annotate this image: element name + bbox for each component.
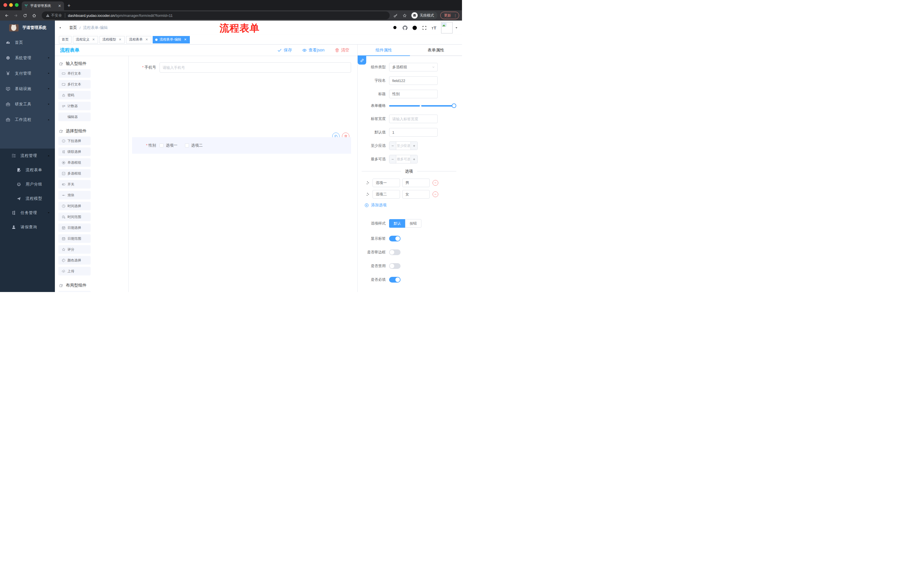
tag-process-model[interactable]: 流程模型✕ (99, 36, 125, 43)
tag-process-definition[interactable]: 流程定义✕ (73, 36, 98, 43)
sidebar-item-devtools[interactable]: 研发工具 (0, 97, 55, 112)
component-chip-radio-group[interactable]: 单选框组 (58, 158, 91, 167)
reload-icon[interactable] (21, 12, 29, 19)
component-chip-counter[interactable]: 计数器 (58, 102, 91, 110)
component-chip-rate[interactable]: 评分 (58, 245, 91, 254)
sidebar-item-user-group[interactable]: 用户分组 (0, 177, 55, 191)
option1-label-input[interactable] (373, 179, 400, 187)
help-icon[interactable] (412, 25, 417, 31)
window-minimize-button[interactable] (9, 3, 13, 7)
home-icon[interactable] (30, 12, 38, 19)
component-chip-password[interactable]: 密码 (58, 91, 91, 99)
required-toggle[interactable] (389, 277, 401, 283)
tab-component-props[interactable]: 组件属性 (358, 44, 410, 56)
sidebar-item-process-form[interactable]: 流程表单 (0, 163, 55, 177)
component-chip-time[interactable]: 时间选择 (58, 202, 91, 210)
save-button[interactable]: 保存 (277, 48, 292, 53)
component-type-select[interactable]: 多选框组 (389, 63, 438, 71)
drag-handle-icon[interactable] (366, 192, 370, 197)
component-chip-editor[interactable]: 编辑器 (58, 113, 91, 121)
max-count-input[interactable] (396, 155, 411, 163)
add-option-button[interactable]: 添加选项 (365, 202, 456, 208)
component-chip-slider[interactable]: 滑块 (58, 191, 91, 199)
sidebar-item-system[interactable]: 系统管理 (0, 50, 55, 66)
title-input[interactable] (389, 90, 438, 98)
disabled-toggle[interactable] (389, 263, 401, 269)
option2-value-input[interactable] (402, 190, 430, 199)
gender-checkbox-option2[interactable]: 选项二 (185, 143, 203, 148)
component-chip-single-line[interactable]: 单行文本 (58, 69, 91, 78)
app-logo[interactable]: 芋道管理系统 (0, 21, 55, 35)
component-chip-date[interactable]: 日期选择 (58, 224, 91, 232)
drag-handle-icon[interactable] (366, 181, 370, 185)
component-chip-select[interactable]: 下拉选择 (58, 137, 91, 145)
breadcrumb-home[interactable]: 首页 (69, 25, 77, 30)
tag-close-icon[interactable]: ✕ (145, 38, 148, 42)
component-chip-textarea[interactable]: 多行文本 (58, 80, 91, 89)
password-key-icon[interactable] (392, 12, 399, 19)
component-chip-cascader[interactable]: 级联选择 (58, 147, 91, 156)
border-toggle[interactable] (389, 249, 401, 255)
tag-process-form[interactable]: 流程表单✕ (126, 36, 151, 43)
remove-option-button[interactable] (432, 191, 438, 197)
component-chip-date-range[interactable]: 日期范围 (58, 234, 91, 243)
browser-menu-dots-icon[interactable]: ⋮ (454, 13, 457, 18)
component-chip-upload[interactable]: 上传 (58, 267, 91, 275)
bookmark-star-icon[interactable] (401, 12, 408, 19)
tab-form-props[interactable]: 表单属性 (410, 44, 462, 56)
browser-tab[interactable]: 芋道管理系统 ✕ (22, 2, 64, 10)
field-name-input[interactable] (389, 76, 438, 85)
component-chip-time-range[interactable]: 时间范围 (58, 212, 91, 221)
sidebar-item-leave-query[interactable]: 请假查询 (0, 220, 55, 234)
avatar[interactable] (441, 22, 452, 33)
remove-option-button[interactable] (432, 180, 438, 186)
sidebar-item-process-model[interactable]: 流程模型 (0, 191, 55, 206)
decrease-button[interactable] (389, 142, 396, 150)
tab-close-icon[interactable]: ✕ (58, 4, 62, 8)
option1-value-input[interactable] (402, 179, 430, 187)
selected-gender-component[interactable]: *性别 选项一 选项二 (132, 137, 351, 154)
component-chip-row-container[interactable]: 行容器 (58, 291, 91, 292)
style-button-button[interactable]: 按钮 (405, 219, 421, 228)
tag-process-form-edit[interactable]: 流程表单-编辑✕ (153, 36, 190, 43)
min-count-input[interactable] (396, 142, 411, 150)
sidebar-item-infra[interactable]: 基础设施 (0, 81, 55, 97)
text-size-icon[interactable] (431, 25, 437, 31)
form-grid-slider[interactable] (389, 104, 456, 108)
label-width-input[interactable] (389, 115, 438, 123)
sidebar-item-process-manage[interactable]: 流程管理 (0, 148, 55, 163)
increase-button[interactable] (411, 142, 417, 150)
address-bar[interactable]: 不安全 dashboard.yudao.iocoder.cn/bpm/manag… (42, 12, 390, 20)
tag-close-icon[interactable]: ✕ (91, 38, 96, 42)
new-tab-button[interactable]: + (68, 2, 71, 9)
sidebar-item-task-manage[interactable]: 任务管理 (0, 206, 55, 220)
sidebar-item-payment[interactable]: 支付管理 (0, 66, 55, 81)
option2-label-input[interactable] (373, 190, 400, 199)
sidebar-item-workflow[interactable]: 工作流程 (0, 112, 55, 127)
gender-checkbox-option1[interactable]: 选项一 (160, 143, 178, 148)
decrease-button[interactable] (389, 155, 396, 163)
security-label[interactable]: 不安全 (51, 13, 62, 18)
phone-input[interactable] (160, 62, 351, 72)
show-label-toggle[interactable] (389, 236, 401, 242)
avatar-caret-icon[interactable] (455, 26, 458, 30)
github-icon[interactable] (402, 25, 408, 31)
window-close-button[interactable] (3, 3, 7, 7)
default-value-input[interactable] (389, 128, 438, 137)
component-chip-checkbox-group[interactable]: 多选框组 (58, 169, 91, 178)
component-chip-switch[interactable]: 开关 (58, 180, 91, 189)
fullscreen-icon[interactable] (422, 25, 427, 31)
style-default-button[interactable]: 默认 (389, 219, 405, 228)
forward-icon[interactable] (12, 12, 20, 19)
component-chip-color[interactable]: 颜色选择 (58, 256, 91, 265)
tag-close-icon[interactable]: ✕ (118, 38, 122, 42)
view-json-button[interactable]: 查看json (302, 48, 325, 53)
tag-close-icon[interactable]: ✕ (183, 38, 187, 42)
clear-button[interactable]: 清空 (335, 48, 349, 53)
update-button[interactable]: 更新 ⋮ (440, 12, 459, 19)
increase-button[interactable] (411, 155, 417, 163)
back-icon[interactable] (3, 12, 10, 19)
slider-handle[interactable] (452, 104, 456, 108)
sidebar-collapse-icon[interactable] (59, 25, 64, 31)
sidebar-item-home[interactable]: 首页 (0, 35, 55, 50)
